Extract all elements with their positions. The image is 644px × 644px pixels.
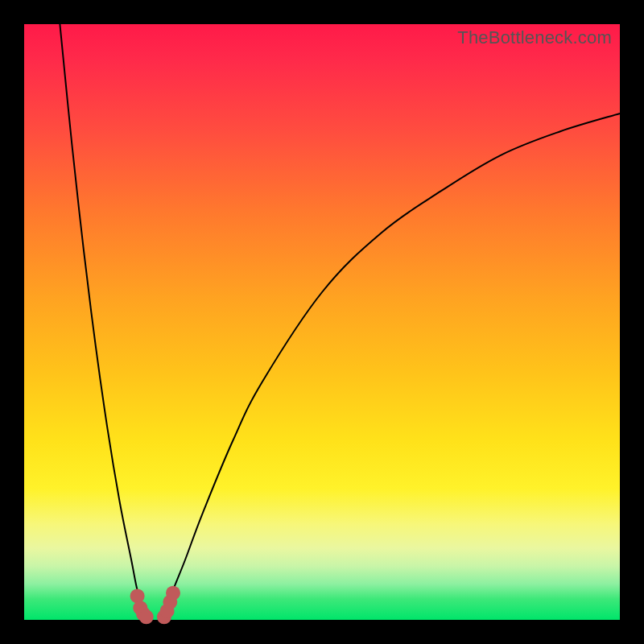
- marker-dot: [139, 609, 154, 624]
- curve-right-path: [161, 114, 620, 620]
- plot-area: TheBottleneck.com: [24, 24, 620, 620]
- outer-frame: TheBottleneck.com: [0, 0, 644, 644]
- marker-dot: [166, 586, 180, 601]
- chart-svg: [24, 24, 620, 620]
- curve-left-path: [60, 24, 149, 620]
- marker-group: [130, 586, 180, 625]
